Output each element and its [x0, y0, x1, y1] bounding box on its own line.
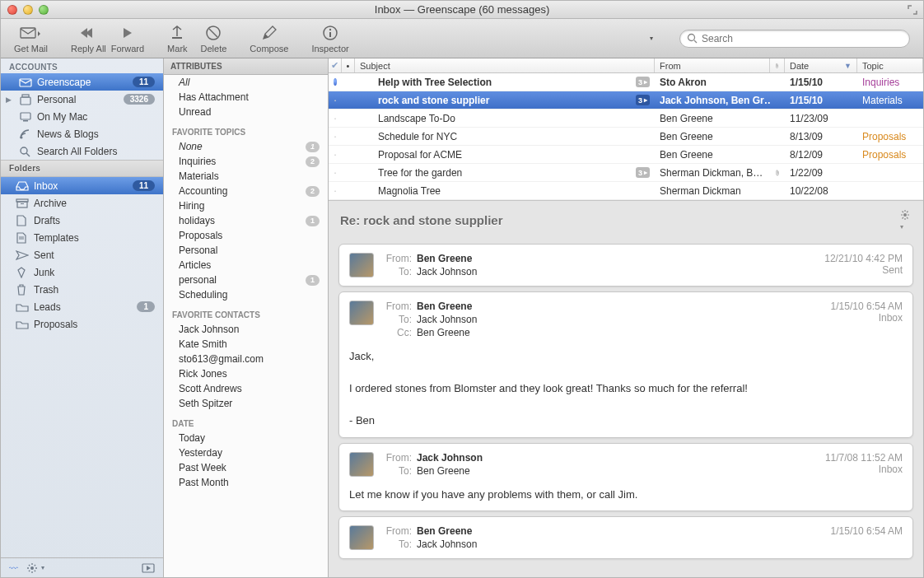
inspector-button[interactable]: Inspector: [311, 24, 348, 54]
read-dot-icon: •: [334, 134, 336, 139]
contact-item[interactable]: sto613@gmail.com: [164, 352, 328, 366]
card-from: Ben Greene: [417, 301, 472, 312]
sidebar-account-personal[interactable]: ▶Personal3326: [1, 91, 163, 108]
avatar: [349, 301, 374, 325]
message-row[interactable]: •Landscape To-DoBen Greene11/23/09: [329, 110, 923, 128]
message-date: 11/23/09: [790, 113, 828, 124]
col-date[interactable]: Date▼: [785, 58, 857, 72]
topic-scheduling[interactable]: Scheduling: [164, 287, 328, 302]
sidebar-folder-archive[interactable]: Archive: [1, 194, 163, 212]
compose-button[interactable]: Compose: [250, 24, 288, 54]
message-row[interactable]: Help with Tree Selection3Sto Akron1/15/1…: [329, 73, 923, 91]
message-subject: Proposal for ACME: [378, 149, 650, 161]
topic-accounting[interactable]: Accounting2: [164, 184, 328, 198]
date-filter-yesterday[interactable]: Yesterday: [164, 445, 328, 460]
contact-item[interactable]: Kate Smith: [164, 337, 328, 352]
date-filter-past-month[interactable]: Past Month: [164, 475, 328, 490]
date-filter-past-week[interactable]: Past Week: [164, 460, 328, 475]
sidebar-folder-proposals[interactable]: Proposals: [1, 315, 163, 333]
message-card[interactable]: From:Ben GreeneTo:Jack Johnson12/21/10 4…: [338, 244, 913, 287]
reply-all-button[interactable]: Reply All: [71, 24, 106, 54]
app-window: Inbox — Greenscape (60 messages) Get Mai…: [0, 0, 924, 578]
attribute-unread[interactable]: Unread: [164, 105, 328, 119]
account-label: Search All Folders: [37, 146, 155, 157]
folder-icon: [16, 319, 29, 329]
mark-button[interactable]: Mark: [167, 24, 187, 54]
contact-item[interactable]: Seth Spitzer: [164, 396, 328, 411]
col-from[interactable]: From: [655, 58, 770, 72]
message-card[interactable]: From:Ben GreeneTo:Jack Johnson1/15/10 6:…: [338, 516, 913, 559]
activity-icon[interactable]: 〰: [9, 563, 18, 573]
contact-item[interactable]: Jack Johnson: [164, 322, 328, 337]
message-row[interactable]: •Schedule for NYCBen Greene8/13/09Propos…: [329, 128, 923, 146]
topic-holidays[interactable]: holidays1: [164, 213, 328, 228]
zoom-window-button[interactable]: [39, 5, 49, 15]
get-mail-button[interactable]: Get Mail: [14, 24, 48, 54]
message-date: 8/13/09: [790, 131, 823, 142]
sidebar-folder-leads[interactable]: Leads1: [1, 298, 163, 315]
topic-label: personal: [179, 274, 306, 286]
attribute-all[interactable]: All: [164, 75, 328, 90]
topic-materials[interactable]: Materials: [164, 169, 328, 184]
sidebar-account-search-all-folders[interactable]: Search All Folders: [1, 142, 163, 160]
sidebar-folder-sent[interactable]: Sent: [1, 246, 163, 263]
forward-icon: [119, 24, 137, 42]
svg-rect-1: [172, 37, 182, 39]
message-card[interactable]: From:Jack JohnsonTo:Ben Greene11/7/08 11…: [338, 443, 913, 512]
card-timestamp: 1/15/10 6:54 AM: [831, 525, 903, 537]
col-thread[interactable]: •: [342, 58, 355, 72]
col-topic[interactable]: Topic: [857, 58, 923, 72]
topic-articles[interactable]: Articles: [164, 258, 328, 273]
sidebar-account-news-&-blogs[interactable]: News & Blogs: [1, 125, 163, 142]
sidebar-account-on-my-mac[interactable]: On My Mac: [1, 108, 163, 125]
search-scope-caret-icon[interactable]: ▾: [650, 35, 653, 42]
minimize-window-button[interactable]: [23, 5, 33, 15]
account-icon: [19, 128, 32, 140]
topic-inquiries[interactable]: Inquiries2: [164, 154, 328, 169]
topic-label: holidays: [179, 215, 306, 226]
col-subject[interactable]: Subject: [355, 58, 655, 72]
contact-label: Kate Smith: [179, 338, 320, 350]
topic-label: Accounting: [179, 185, 306, 197]
sidebar-account-greenscape[interactable]: Greenscape11: [1, 73, 163, 91]
forward-button[interactable]: Forward: [111, 24, 144, 54]
topic-proposals[interactable]: Proposals: [164, 228, 328, 243]
reply-all-label: Reply All: [71, 44, 106, 54]
topic-personal[interactable]: personal1: [164, 273, 328, 287]
topic-hiring[interactable]: Hiring: [164, 198, 328, 213]
titlebar: Inbox — Greenscape (60 messages): [1, 1, 923, 19]
topic-none[interactable]: None1: [164, 139, 328, 154]
delete-label: Delete: [201, 44, 227, 54]
message-row[interactable]: •Magnolia TreeSherman Dickman10/22/08: [329, 182, 923, 200]
message-row[interactable]: •rock and stone supplier3Jack Johnson, B…: [329, 91, 923, 110]
topic-personal[interactable]: Personal: [164, 243, 328, 258]
sidebar-folder-inbox[interactable]: Inbox11: [1, 177, 163, 194]
attribute-has-attachment[interactable]: Has Attachment: [164, 90, 328, 105]
contact-item[interactable]: Rick Jones: [164, 366, 328, 381]
sidebar-folder-templates[interactable]: Templates: [1, 229, 163, 246]
sidebar-folder-drafts[interactable]: Drafts: [1, 212, 163, 229]
col-attachment[interactable]: [770, 58, 785, 72]
search-input[interactable]: [702, 33, 903, 44]
message-row[interactable]: •Proposal for ACMEBen Greene8/12/09Propo…: [329, 146, 923, 164]
account-label: On My Mac: [37, 111, 155, 123]
fullscreen-icon[interactable]: [907, 4, 918, 16]
close-window-button[interactable]: [7, 5, 17, 15]
contact-item[interactable]: Scott Andrews: [164, 381, 328, 396]
col-status[interactable]: ✔: [329, 58, 342, 72]
disclosure-triangle-icon[interactable]: ▶: [6, 96, 12, 104]
slideshow-icon[interactable]: [142, 563, 155, 573]
date-filter-today[interactable]: Today: [164, 431, 328, 445]
attribute-label: Unread: [179, 106, 320, 118]
topic-label: Proposals: [862, 149, 906, 161]
message-row[interactable]: •Tree for the garden3Sherman Dickman, B……: [329, 164, 923, 182]
sidebar-folder-junk[interactable]: Junk: [1, 263, 163, 281]
message-card[interactable]: From:Ben GreeneTo:Jack JohnsonCc:Ben Gre…: [338, 291, 913, 438]
delete-button[interactable]: Delete: [201, 24, 227, 54]
sidebar-folder-trash[interactable]: Trash: [1, 281, 163, 298]
thread-gear-icon[interactable]: ▾: [900, 209, 912, 231]
account-label: News & Blogs: [37, 128, 155, 140]
thread-count-chip: 3: [636, 77, 650, 87]
search-field-wrap[interactable]: [679, 30, 910, 48]
gear-icon[interactable]: [26, 562, 38, 574]
